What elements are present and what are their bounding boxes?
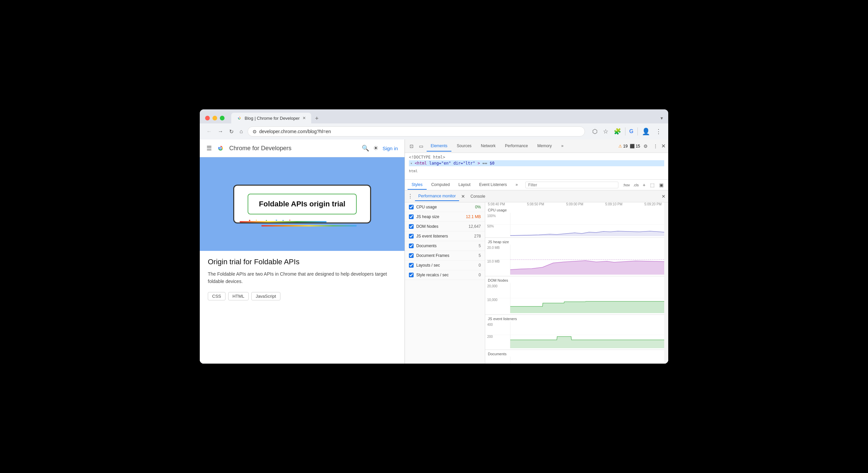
errors-indicator[interactable]: ⬛ 15 — [630, 144, 640, 149]
layouts-label: Layouts / sec — [416, 263, 458, 267]
extensions-button[interactable]: 🧩 — [612, 126, 622, 136]
article-card-title: Foldable APIs origin trial — [259, 200, 345, 208]
tag-css[interactable]: CSS — [208, 292, 225, 301]
search-button[interactable]: 🔍 — [362, 145, 369, 152]
tab-close-button[interactable]: ✕ — [303, 116, 306, 120]
svg-point-8 — [249, 220, 250, 221]
events-label: JS event listeners — [416, 234, 458, 239]
styles-tab-computed[interactable]: Computed — [427, 180, 454, 190]
styles-filter-input[interactable] — [525, 182, 618, 188]
webpage-panel: ☰ Chrome for Developers 🔍 ☀ Sign in — [200, 139, 405, 364]
warnings-indicator[interactable]: ⚠ 19 — [618, 144, 627, 149]
article-hero-image: Foldable APIs origin trial — [200, 157, 405, 251]
security-icon: ⊙ — [253, 129, 257, 134]
time-label-3: 5:09:10 PM — [605, 202, 622, 206]
inspector-button[interactable]: ⊡ — [408, 142, 415, 150]
metric-events: JS event listeners 278 — [405, 231, 485, 241]
styles-checkbox[interactable] — [409, 273, 413, 277]
active-tab[interactable]: Blog | Chrome for Developer ✕ — [231, 113, 311, 123]
google-button[interactable]: G — [628, 127, 635, 136]
back-button[interactable]: ← — [205, 127, 213, 136]
close-window-button[interactable] — [205, 116, 210, 120]
elements-panel: <!DOCTYPE html> ▾ <html lang="en" dir="l… — [405, 153, 668, 180]
tab-sources[interactable]: Sources — [453, 141, 475, 152]
metric-styles: Style recalcs / sec 0 — [405, 270, 485, 280]
minimize-window-button[interactable] — [213, 116, 217, 120]
device-toolbar-button[interactable]: ▭ — [417, 142, 425, 150]
tag-html[interactable]: HTML — [228, 292, 249, 301]
sign-in-button[interactable]: Sign in — [382, 146, 398, 151]
article-card: Foldable APIs origin trial — [233, 185, 371, 223]
charts-scrollbar[interactable] — [664, 202, 668, 364]
frames-checkbox[interactable] — [409, 253, 413, 258]
dom-chart-section: DOM Nodes 20,000 10,000 — [485, 276, 664, 315]
events-chart-title: JS event listeners — [485, 316, 664, 321]
hov-button[interactable]: :hov — [623, 183, 630, 187]
address-bar[interactable]: ⊙ developer.chrome.com/blog?hl=en — [248, 126, 585, 136]
tab-performance[interactable]: Performance — [501, 141, 532, 152]
tab-elements[interactable]: Elements — [427, 141, 452, 152]
cpu-checkbox[interactable] — [409, 205, 413, 210]
chrome-logo — [216, 144, 225, 153]
perf-charts: 5:08:40 PM 5:08:50 PM 5:09:00 PM 5:09:10… — [485, 202, 664, 364]
menu-button[interactable]: ⋮ — [654, 126, 663, 136]
metric-cpu: CPU usage 0% — [405, 202, 485, 212]
traffic-lights — [205, 116, 224, 120]
styles-computed-button[interactable]: ▣ — [657, 181, 665, 189]
events-value: 278 — [461, 234, 481, 239]
documents-chart-svg — [485, 356, 664, 364]
devtools-more-button[interactable]: ⋮ — [651, 142, 660, 150]
devtools-close-button[interactable]: ✕ — [661, 143, 665, 149]
styles-value: 0 — [461, 273, 481, 277]
styles-add-button[interactable]: + — [641, 181, 648, 189]
refresh-button[interactable]: ↻ — [228, 127, 235, 136]
html-tag-line[interactable]: ▾ <html lang="en" dir="ltr" > == $0 — [409, 160, 664, 166]
perf-monitor-dots[interactable]: ⋮ — [408, 193, 413, 199]
styles-tab-event-listeners[interactable]: Event Listeners — [475, 180, 511, 190]
svg-point-6 — [220, 148, 221, 149]
svg-marker-23 — [510, 302, 664, 313]
heap-checkbox[interactable] — [409, 214, 413, 219]
perf-monitor-close-tab-button[interactable]: ✕ — [461, 194, 465, 199]
cpu-value: 0% — [461, 205, 481, 210]
styles-tab-styles[interactable]: Styles — [408, 180, 427, 190]
dom-checkbox[interactable] — [409, 224, 413, 229]
styles-tab-more[interactable]: » — [512, 180, 522, 190]
perf-metrics-panel: CPU usage 0% JS heap size 12.1 MB DOM No… — [405, 202, 485, 364]
bookmark-button[interactable]: ☆ — [602, 126, 610, 136]
theme-toggle-button[interactable]: ☀ — [373, 145, 378, 152]
home-button[interactable]: ⌂ — [238, 127, 244, 136]
styles-layout-button[interactable]: ⬚ — [648, 181, 656, 189]
styles-tab-layout[interactable]: Layout — [455, 180, 474, 190]
tab-network[interactable]: Network — [477, 141, 500, 152]
tag-javascript[interactable]: JavaScript — [251, 292, 280, 301]
html-lang-attr: lang= — [429, 161, 441, 165]
devtools-settings-button[interactable]: ⚙ — [642, 142, 650, 150]
cpu-chart-section: CPU usage 100% 50% — [485, 206, 664, 238]
tab-more[interactable]: » — [557, 141, 567, 152]
svg-point-10 — [266, 220, 267, 221]
perf-monitor-tab[interactable]: Performance monitor — [415, 192, 459, 201]
dom-label: DOM Nodes — [416, 224, 458, 229]
tab-memory[interactable]: Memory — [533, 141, 556, 152]
docs-checkbox[interactable] — [409, 244, 413, 248]
cpu-label: CPU usage — [416, 205, 458, 210]
styles-toolbar: Styles Computed Layout Event Listeners »… — [405, 180, 668, 190]
tab-expand-icon[interactable]: ▾ — [660, 116, 663, 121]
documents-chart-area — [485, 356, 664, 364]
cast-button[interactable]: ⬡ — [591, 126, 599, 136]
time-label-4: 5:09:20 PM — [645, 202, 661, 206]
cls-button[interactable]: .cls — [633, 183, 639, 187]
forward-button[interactable]: → — [217, 127, 224, 136]
maximize-window-button[interactable] — [220, 116, 224, 120]
console-tab[interactable]: Console — [467, 192, 489, 201]
metric-heap: JS heap size 12.1 MB — [405, 212, 485, 222]
hamburger-menu-button[interactable]: ☰ — [207, 145, 212, 152]
devtools-toolbar: ⊡ ▭ Elements Sources Network Performance… — [405, 139, 668, 153]
profile-button[interactable]: 👤 — [641, 126, 651, 137]
events-chart-section: JS event listeners 400 200 — [485, 315, 664, 350]
layouts-checkbox[interactable] — [409, 263, 413, 267]
new-tab-button[interactable]: + — [313, 114, 321, 123]
drawer-close-button[interactable]: ✕ — [661, 194, 665, 199]
events-checkbox[interactable] — [409, 234, 413, 239]
